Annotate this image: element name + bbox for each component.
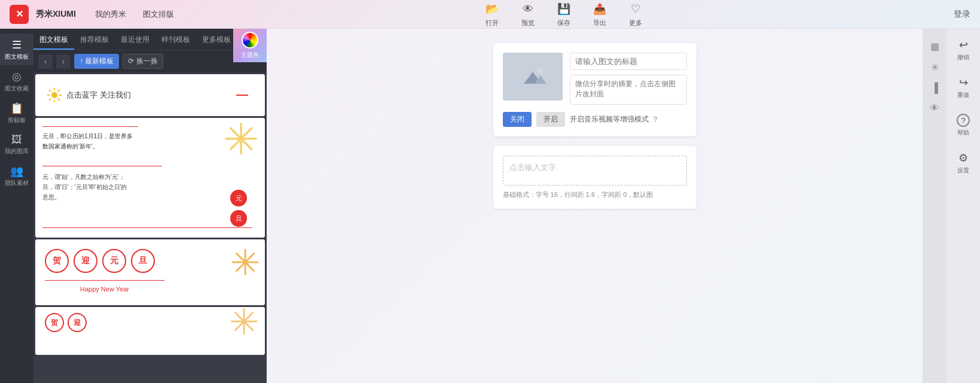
text-editor-card: 点击输入文字 基础格式：字号 16，行间距 1.6，字间距 0，默认图 <box>493 146 697 209</box>
tab-template[interactable]: 图文模板 <box>33 31 74 50</box>
login-button[interactable]: 登录 <box>954 9 970 20</box>
badge-yuan: 元 <box>102 249 126 273</box>
app-name: 秀米XIUMI <box>36 9 76 20</box>
undo-label: 撤销 <box>957 53 969 62</box>
content-area: 关闭 开启 开启音乐视频等增强模式 ? 点击输入文字 基础格式：字号 16，行间… <box>267 29 923 383</box>
settings-button[interactable]: ⚙ 设置 <box>957 151 969 175</box>
redo-label: 重做 <box>957 91 969 99</box>
svg-line-5 <box>49 90 51 92</box>
open-button[interactable]: 📂 打开 <box>484 1 500 28</box>
text-editor-placeholder: 点击输入文字 <box>509 163 556 172</box>
article-header-card: 关闭 开启 开启音乐视频等增强模式 ? <box>493 43 697 136</box>
switch-label: ⟳ 换一换 <box>128 56 157 66</box>
save-button[interactable]: 💾 保存 <box>555 1 572 28</box>
more-button[interactable]: ♡ 更多 <box>627 1 644 28</box>
nav-myxiumi[interactable]: 我的秀米 <box>95 9 126 20</box>
help-label: 帮助 <box>957 129 969 137</box>
prev-arrow[interactable]: ‹ <box>38 54 53 69</box>
redo-icon: ↪ <box>959 76 968 89</box>
tag-dan: 旦 <box>230 210 247 227</box>
text-editor-input[interactable]: 点击输入文字 <box>503 156 687 186</box>
article-header-top <box>503 53 687 105</box>
nav-layout[interactable]: 图文排版 <box>143 9 174 20</box>
export-label: 导出 <box>593 19 606 28</box>
sidebar-item-clipboard[interactable]: 📋 剪贴板 <box>0 97 33 129</box>
sidebar-item-collection[interactable]: ◎ 图文收藏 <box>0 65 33 97</box>
save-icon: 💾 <box>555 1 572 17</box>
template-card-3[interactable]: ✳ 贺 迎 元 旦 Happy New Year <box>35 239 265 305</box>
svg-line-6 <box>58 99 60 101</box>
tab-recent[interactable]: 最近使用 <box>115 31 155 50</box>
template-list: 点击蓝字 关注我们 ✳ 元旦，即公 <box>33 72 267 383</box>
more-label: 更多 <box>629 19 642 28</box>
switch-button[interactable]: ⟳ 换一换 <box>123 54 163 69</box>
open-icon: 📂 <box>484 1 500 17</box>
sidebar-item-template[interactable]: ☰ 图文模板 <box>0 34 33 65</box>
preview-icon: 👁 <box>520 1 536 17</box>
newest-filter-button[interactable]: ↑ 最新模板 <box>74 54 119 69</box>
toggle-off-button[interactable]: 关闭 <box>503 112 532 127</box>
tab-more[interactable]: 更多模板 <box>196 31 237 50</box>
sidebar-label-clipboard: 剪贴板 <box>8 117 26 124</box>
toggle-desc: 开启音乐视频等增强模式 <box>570 114 649 124</box>
svg-line-8 <box>49 99 51 101</box>
clipboard-icon: 📋 <box>10 102 23 115</box>
sidebar-label-team: 团队素材 <box>5 180 29 187</box>
partial-firework-icon: ✳ <box>229 307 259 343</box>
sidebar-item-team[interactable]: 👥 团队素材 <box>0 160 33 192</box>
badge-ying: 迎 <box>74 249 97 273</box>
article-image-placeholder[interactable] <box>503 53 563 101</box>
article-fields <box>570 53 687 105</box>
menu-icon: ☰ <box>12 38 22 51</box>
filter-bar: ‹ › ↑ 最新模板 ⟳ 换一换 <box>33 50 267 72</box>
article-title-input[interactable] <box>570 53 687 70</box>
topbar-left: ✕ 秀米XIUMI 我的秀米 图文排版 <box>10 5 174 24</box>
save-label: 保存 <box>557 19 570 28</box>
card1-text: 点击蓝字 关注我们 <box>66 90 131 101</box>
text-format-info: 基础格式：字号 16，行间距 1.6，字间距 0，默认图 <box>503 190 687 199</box>
icon-sidebar: ☰ 图文模板 ◎ 图文收藏 📋 剪贴板 🖼 我的图库 👥 团队素材 <box>0 29 33 383</box>
chart-icon[interactable]: ▐ <box>931 83 938 93</box>
help-button[interactable]: ? 帮助 <box>957 114 970 137</box>
tab-recommended[interactable]: 推荐模板 <box>74 31 115 50</box>
svg-point-12 <box>538 68 544 74</box>
sidebar-item-myimage[interactable]: 🖼 我的图库 <box>0 129 33 160</box>
preview-button[interactable]: 👁 预览 <box>520 1 536 28</box>
asterisk-icon[interactable]: ✳ <box>931 62 939 73</box>
preview-label: 预览 <box>521 19 535 28</box>
tag-yuan: 元 <box>230 190 247 206</box>
theme-color-button[interactable]: 主题色 <box>233 29 267 62</box>
badge-he: 贺 <box>45 249 69 273</box>
template-card-1[interactable]: 点击蓝字 关注我们 <box>35 74 265 116</box>
logo-icon[interactable]: ✕ <box>10 5 29 24</box>
right-tools: ↩ 撤销 ↪ 重做 ? 帮助 ⚙ 设置 <box>947 29 980 383</box>
firework-icon: ✳ <box>223 118 259 161</box>
tab-sample[interactable]: 样刊模板 <box>155 31 196 50</box>
sidebar-label-template: 图文模板 <box>5 53 29 60</box>
eye-icon[interactable]: 👁 <box>930 103 939 114</box>
help-icon[interactable]: ? <box>654 115 658 124</box>
sun-icon <box>46 87 63 104</box>
next-arrow[interactable]: › <box>56 54 71 69</box>
redo-button[interactable]: ↪ 重做 <box>957 76 969 99</box>
svg-line-7 <box>58 90 60 92</box>
template-card-4[interactable]: 贺 迎 ✳ <box>35 307 265 355</box>
color-wheel-icon <box>242 32 258 48</box>
export-button[interactable]: 📤 导出 <box>591 1 608 28</box>
newest-filter-label: ↑ 最新模板 <box>80 56 114 66</box>
article-desc-input[interactable] <box>570 75 687 105</box>
collection-icon: ◎ <box>12 70 22 83</box>
svg-point-0 <box>51 92 57 98</box>
toggle-on-button[interactable]: 开启 <box>536 112 565 127</box>
grid-icon[interactable]: ▦ <box>930 41 939 52</box>
template-card-2[interactable]: ✳ 元旦，即公历的1月1日，是世界多数国家通称的'新年'。 元，谓'始'，凡数之… <box>35 118 265 238</box>
undo-button[interactable]: ↩ 撤销 <box>957 38 969 62</box>
help-circle-icon: ? <box>957 114 970 127</box>
topbar-right: 登录 <box>954 9 970 20</box>
card2-body: 元，谓'始'，凡数之始称为'元'； 旦，谓'日'；'元旦'即'初始之日'的 意思… <box>42 172 162 202</box>
open-label: 打开 <box>486 19 499 28</box>
topbar-nav: 秀米XIUMI 我的秀米 图文排版 <box>36 9 174 20</box>
settings-label: 设置 <box>957 166 969 175</box>
sidebar-label-collection: 图文收藏 <box>5 85 29 92</box>
team-icon: 👥 <box>10 165 23 178</box>
